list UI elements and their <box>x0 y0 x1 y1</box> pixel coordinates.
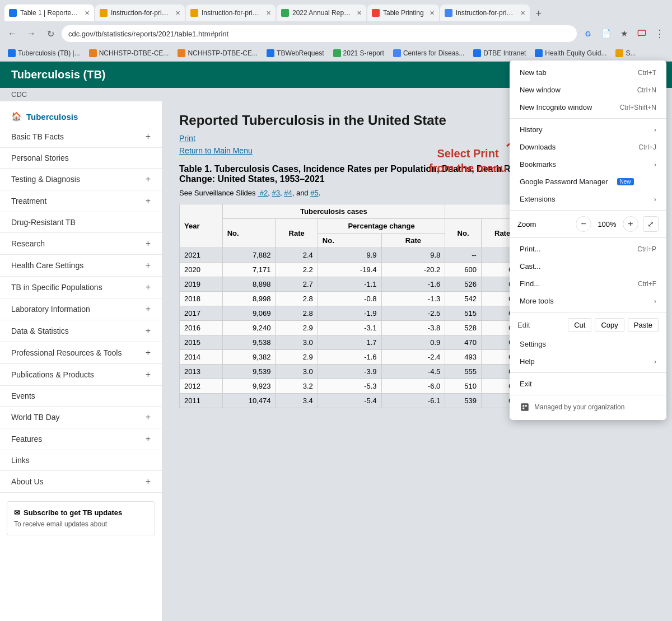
address-bar[interactable]: cdc.gov/tb/statistics/reports/2021/table… <box>62 25 577 42</box>
sidebar-home-link[interactable]: 🏠 Tuberculosis <box>0 107 162 126</box>
menu-item-bookmarks[interactable]: Bookmarks › <box>510 156 666 173</box>
bookmark-label-3: TBWebRequest <box>277 49 324 57</box>
zoom-plus-button[interactable]: + <box>623 216 638 232</box>
sidebar-item-tb-populations[interactable]: TB in Specific Populations + <box>0 277 162 298</box>
bookmark-5[interactable]: Centers for Diseas... <box>390 48 468 58</box>
menu-divider-3 <box>510 237 666 238</box>
menu-item-help[interactable]: Help › <box>510 353 666 370</box>
sidebar-item-links[interactable]: Links <box>0 450 162 471</box>
tab-close-5[interactable]: ✕ <box>520 10 525 17</box>
sidebar-item-publications[interactable]: Publications & Products + <box>0 364 162 386</box>
zoom-label: Zoom <box>517 220 536 228</box>
menu-item-cast[interactable]: Cast... <box>510 258 666 275</box>
menu-arrow-history: › <box>654 126 656 134</box>
sidebar-item-features[interactable]: Features + <box>0 428 162 450</box>
sidebar-item-research[interactable]: Research + <box>0 233 162 255</box>
tab-1[interactable]: Instruction-for-printing-... ✕ <box>95 4 185 21</box>
menu-item-new-tab[interactable]: New tab Ctrl+T <box>510 64 666 81</box>
zoom-minus-button[interactable]: − <box>576 216 591 232</box>
menu-item-find[interactable]: Find... Ctrl+F <box>510 275 666 292</box>
sidebar-item-testing-diagnosis[interactable]: Testing & Diagnosis + <box>0 169 162 190</box>
bookmark-label-4: 2021 S-report <box>343 49 384 57</box>
subscribe-text: To receive email updates about <box>14 520 148 528</box>
menu-item-password-manager[interactable]: Google Password Manager New <box>510 173 666 190</box>
bookmark-8[interactable]: S... <box>612 48 639 58</box>
menu-item-exit[interactable]: Exit <box>510 375 666 393</box>
sidebar-item-events[interactable]: Events <box>0 386 162 407</box>
tab-close-2[interactable]: ✕ <box>266 10 271 17</box>
slide-link-3[interactable]: #3 <box>272 189 280 197</box>
sidebar-plus-icon: + <box>146 196 151 206</box>
bookmark-6[interactable]: DTBE Intranet <box>470 48 529 58</box>
menu-item-extensions[interactable]: Extensions › <box>510 190 666 208</box>
tab-5[interactable]: Instruction-for-printing-... ✕ <box>440 4 530 21</box>
col-deaths-no: No. <box>445 219 482 248</box>
chrome-dropdown-menu: New tab Ctrl+T New window Ctrl+N New Inc… <box>510 60 666 420</box>
sidebar-item-world-tb-day[interactable]: World TB Day + <box>0 407 162 428</box>
bookmark-0[interactable]: Tuberculosis (TB) |... <box>4 48 83 58</box>
zoom-expand-button[interactable]: ⤢ <box>643 216 659 232</box>
new-tab-button[interactable]: + <box>531 6 547 21</box>
paste-button[interactable]: Paste <box>628 318 659 332</box>
table-cell: -6.0 <box>381 379 445 394</box>
menu-label-password-manager: Google Password Manager <box>520 178 608 186</box>
table-cell: -4.5 <box>381 365 445 379</box>
menu-item-incognito[interactable]: New Incognito window Ctrl+Shift+N <box>510 99 666 116</box>
menu-item-downloads[interactable]: Downloads Ctrl+J <box>510 138 666 156</box>
sidebar-item-treatment[interactable]: Treatment + <box>0 190 162 212</box>
bookmark-1[interactable]: NCHHSTP-DTBE-CE... <box>86 48 172 58</box>
tab-label-3: 2022 Annual Report Sha... <box>292 9 351 17</box>
cut-button[interactable]: Cut <box>568 318 591 332</box>
menu-item-settings[interactable]: Settings <box>510 335 666 353</box>
tab-close-1[interactable]: ✕ <box>175 10 180 17</box>
sidebar-item-about-us[interactable]: About Us + <box>0 471 162 493</box>
tab-close-active[interactable]: ✕ <box>85 10 90 17</box>
bookmark-7[interactable]: Health Equity Guid... <box>531 48 610 58</box>
menu-item-new-window[interactable]: New window Ctrl+N <box>510 81 666 99</box>
bookmark-2[interactable]: NCHHSTP-DTBE-CE... <box>174 48 261 58</box>
sidebar-item-health-care-settings[interactable]: Health Care Settings + <box>0 255 162 277</box>
chrome-menu-button[interactable]: ⋮ <box>652 26 668 41</box>
bookmark-4[interactable]: 2021 S-report <box>330 48 388 58</box>
sidebar-item-label: Events <box>11 391 35 400</box>
bookmark-label-5: Centers for Diseas... <box>403 49 464 57</box>
slide-link-4[interactable]: #4 <box>284 189 292 197</box>
tab-active[interactable]: Table 1 | Reported TB in ... ✕ <box>4 4 94 21</box>
sidebar-item-basic-tb-facts[interactable]: Basic TB Facts + <box>0 126 162 148</box>
sidebar-item-label: Treatment <box>11 197 46 206</box>
tab-favicon-5 <box>445 9 452 17</box>
menu-label-downloads: Downloads <box>520 143 556 151</box>
slide-link-5[interactable]: #5 <box>310 189 318 197</box>
tab-2[interactable]: Instruction-for-printing-... ✕ <box>186 4 276 21</box>
sidebar-item-data-statistics[interactable]: Data & Statistics + <box>0 320 162 342</box>
sidebar-item-label: Drug-Resistant TB <box>11 218 76 227</box>
sidebar-item-laboratory[interactable]: Laboratory Information + <box>0 298 162 320</box>
google-icon[interactable]: G <box>580 26 596 41</box>
menu-item-history[interactable]: History › <box>510 121 666 138</box>
tab-3[interactable]: 2022 Annual Report Sha... ✕ <box>277 4 366 21</box>
bookmark-3[interactable]: TBWebRequest <box>263 48 328 58</box>
cast-icon[interactable] <box>634 26 650 41</box>
table-cell: 528 <box>445 321 482 335</box>
bookmark-label-1: NCHHSTP-DTBE-CE... <box>99 49 169 57</box>
col-year: Year <box>180 204 223 248</box>
copy-button[interactable]: Copy <box>595 318 624 332</box>
slide-link-2[interactable]: #2 <box>258 189 268 197</box>
refresh-button[interactable]: ↻ <box>43 26 58 41</box>
table-cell: 3.2 <box>276 379 318 394</box>
table-cell: 2016 <box>180 321 223 335</box>
slide-links-prefix: See Surveillance Slides <box>179 189 256 197</box>
tab-close-3[interactable]: ✕ <box>357 10 362 17</box>
table-cell: 2020 <box>180 263 223 277</box>
forward-button[interactable]: → <box>24 26 39 41</box>
extension-icon[interactable]: 📄 <box>598 26 614 41</box>
menu-item-print[interactable]: Print... Ctrl+P <box>510 240 666 258</box>
tab-4[interactable]: Table Printing ✕ <box>367 4 439 21</box>
star-icon[interactable]: ★ <box>616 26 632 41</box>
tab-close-4[interactable]: ✕ <box>430 10 435 17</box>
sidebar-item-personal-stories[interactable]: Personal Stories <box>0 148 162 169</box>
sidebar-item-drug-resistant-tb[interactable]: Drug-Resistant TB <box>0 212 162 233</box>
menu-item-more-tools[interactable]: More tools › <box>510 292 666 310</box>
sidebar-item-professional-resources[interactable]: Professional Resources & Tools + <box>0 342 162 364</box>
back-button[interactable]: ← <box>4 26 20 41</box>
